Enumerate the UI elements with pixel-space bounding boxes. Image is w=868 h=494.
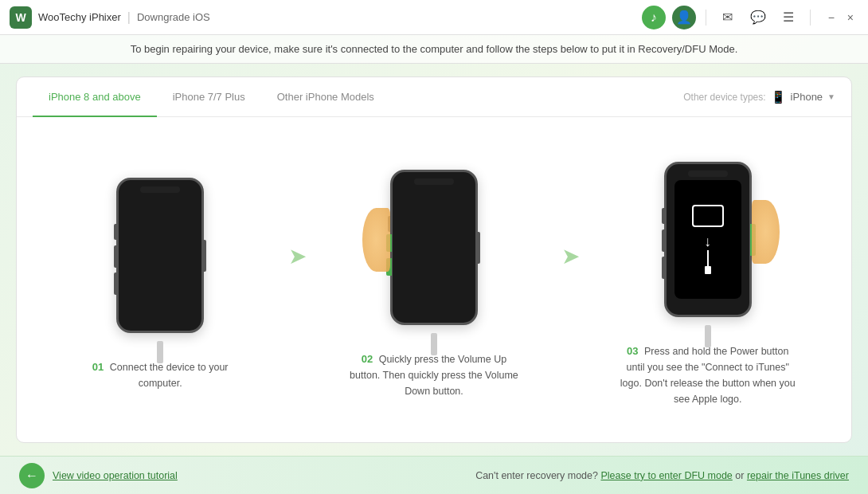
device-type-icon: 📱 [771,90,786,104]
phone-btn-left2-3 [662,229,666,252]
step-1-phone [116,168,204,343]
phone-btn-left3-3 [662,257,666,279]
tab-iphone8[interactable]: iPhone 8 and above [33,77,157,117]
hand-left-2 [362,208,390,272]
main-content: To begin repairing your device, make sur… [0,35,868,494]
app-logo: W [10,6,32,29]
music-icon-btn[interactable]: ♪ [642,6,666,29]
title-bar: W WooTechy iPhixer | Downgrade iOS ♪ 👤 ✉… [0,0,868,35]
device-type-value[interactable]: iPhone [791,91,823,103]
minimize-button[interactable]: − [823,8,839,27]
tab-iphone7[interactable]: iPhone 7/7 Plus [157,77,261,117]
card-area: iPhone 8 and above iPhone 7/7 Plus Other… [16,76,852,443]
or-text: or [735,470,744,481]
step-1-desc: 01 Connect the device to your computer. [72,359,248,392]
dropdown-arrow-icon[interactable]: ▼ [827,92,835,101]
message-icon-btn[interactable]: ✉ [716,6,740,29]
cant-enter-text: Can't enter recovery mode? [475,470,598,481]
phone-cable-3 [705,325,711,347]
step-3-text: Press and hold the Power button until yo… [620,346,796,406]
banner-text: To begin repairing your device, make sur… [131,43,738,55]
itunes-repair-link[interactable]: repair the iTunes driver [747,470,849,481]
step-2-num: 02 [362,353,373,365]
phone-body-3: ↓ [664,162,752,317]
avatar-icon-btn[interactable]: 👤 [672,6,696,29]
menu-icon-btn[interactable]: ☰ [776,6,800,29]
footer-left: ← View video operation tutorial [19,463,178,488]
step-2-text: Quickly press the Volume Up button. Then… [350,354,518,398]
arrow-1: ➤ [288,243,307,269]
phone-body-1 [116,178,204,333]
phone-body-2 [390,170,478,325]
step-2-desc: 02 Quickly press the Volume Up button. T… [346,351,522,400]
phone-btn-left-3 [662,208,666,224]
phone-camera-3 [688,171,728,177]
close-button[interactable]: × [843,8,858,27]
page-title: Downgrade iOS [137,11,210,23]
phone-camera-2 [414,178,454,185]
phone-btn-right-1 [202,240,206,272]
step-3: ↓ 03 Press and hold the Power button unt… [588,152,827,408]
step-1-num: 01 [92,361,104,373]
window-controls: − × [823,8,858,27]
step-1: 01 Connect the device to your computer. [41,168,280,392]
step-3-desc: 03 Press and hold the Power button until… [620,343,796,408]
itunes-icon [692,205,724,227]
back-button[interactable]: ← [19,463,45,488]
device-type-selector: Other device types: 📱 iPhone ▼ [683,90,835,104]
footer: ← View video operation tutorial Can't en… [0,456,868,494]
step-1-text: Connect the device to your computer. [110,362,229,390]
phone-camera-1 [140,186,180,193]
phone-cable-2 [431,333,437,355]
step-3-num: 03 [627,345,638,357]
info-banner: To begin repairing your device, make sur… [0,35,868,64]
cable-icon: ↓ [704,233,711,274]
video-tutorial-link[interactable]: View video operation tutorial [53,470,178,481]
app-name: WooTechy iPhixer [38,11,121,23]
tabs-bar: iPhone 8 and above iPhone 7/7 Plus Other… [17,77,851,117]
arrow-2: ➤ [561,243,580,269]
recovery-screen: ↓ [674,180,741,299]
dfu-mode-link[interactable]: Please try to enter DFU mode [600,470,732,481]
step-2-phone [390,160,478,335]
phone-btn-left-1 [114,224,118,240]
phone-btn-right-2 [476,232,480,264]
footer-right: Can't enter recovery mode? Please try to… [475,470,849,481]
hand-right-3 [752,200,780,264]
chat-icon-btn[interactable]: 💬 [746,6,770,29]
steps-area: 01 Connect the device to your computer. … [17,117,851,442]
tb-divider-2 [810,10,811,25]
tab-other-models[interactable]: Other iPhone Models [261,77,390,117]
tb-divider-1 [706,10,706,25]
device-type-label: Other device types: [683,92,765,103]
title-separator: | [127,10,131,25]
phone-btn-left3-1 [114,272,118,295]
title-bar-actions: ♪ 👤 ✉ 💬 ☰ − × [642,6,858,29]
phone-cable-1 [157,341,163,363]
phone-btn-left2-1 [114,245,118,268]
step-2: 02 Quickly press the Volume Up button. T… [315,160,553,400]
step-3-phone: ↓ [664,152,752,327]
